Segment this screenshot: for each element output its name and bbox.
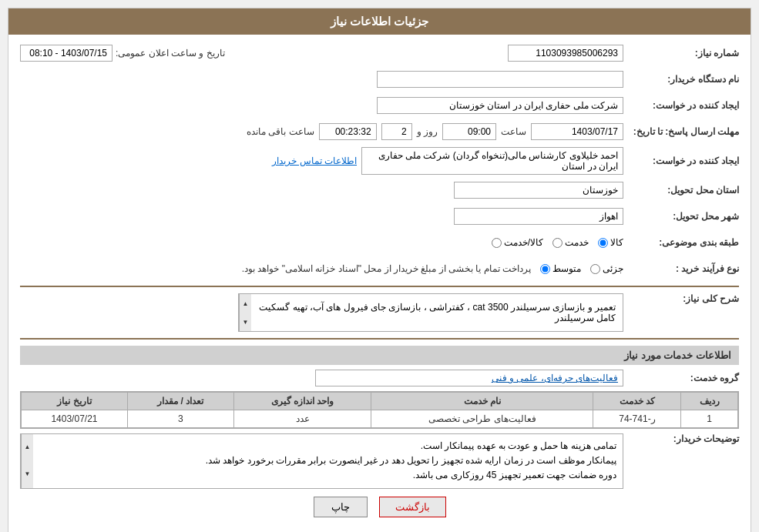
shomareNiaz-value: 1103093985006293 — [508, 45, 623, 62]
col-radif: ردیف — [681, 393, 738, 410]
table-cell: 3 — [127, 410, 233, 428]
khadamat-section-title: اطلاعات خدمات مورد نیاز — [20, 346, 739, 365]
tabaqe-khedmat-label: خدمت — [565, 237, 589, 248]
mohlat-baghimande-value: 00:23:32 — [319, 123, 377, 140]
tavazihat-line2: پیمانکار موظف است در زمان ارایه شده تجهی… — [42, 453, 616, 468]
mohlat-baghimande-label: ساعت باقی مانده — [247, 126, 314, 137]
etelaat-link[interactable]: اطلاعات تماس خریدار — [272, 156, 357, 166]
table-cell: فعالیت‌های طراحی تخصصی — [371, 410, 593, 428]
groheKhadamat-label: گروه خدمت: — [623, 373, 739, 383]
services-table: ردیف کد خدمت نام خدمت واحد اندازه گیری ت… — [21, 392, 738, 428]
tabaqe-khedmat-radio[interactable] — [552, 238, 563, 248]
table-cell: ر-741-74 — [593, 410, 681, 428]
col-tedad: تعداد / مقدار — [127, 393, 233, 410]
col-namKhadamat: نام خدمت — [371, 393, 593, 410]
tavazihat-label: توضیحات خریدار: — [623, 433, 739, 444]
page-header: جزئیات اطلاعات نیاز — [8, 8, 751, 35]
nave-jozi-label: جزئی — [603, 263, 623, 274]
table-cell: 1403/07/21 — [22, 410, 128, 428]
shahr-value: اهواز — [454, 208, 623, 225]
mohlat-roz-value: 2 — [381, 123, 412, 140]
col-vahed: واحد اندازه گیری — [233, 393, 371, 410]
col-tarikh: تاریخ نیاز — [22, 393, 128, 410]
nave-motavaset-label: متوسط — [552, 263, 581, 274]
sharhKoli-label: شرح کلی نیاز: — [623, 293, 739, 304]
tabaqe-kala-label: کالا — [610, 237, 623, 248]
shomareNiaz-label: شماره نیاز: — [623, 48, 739, 59]
buttons-row: بازگشت چاپ — [20, 497, 739, 525]
ostan-value: خوزستان — [454, 182, 623, 199]
tabaqe-label: طبقه بندی موضوعی: — [623, 237, 739, 248]
ejadKonande2-label: ایجاد کننده در خواست: — [623, 156, 739, 166]
tarikhAelan-value: 1403/07/15 - 08:10 — [20, 45, 113, 62]
tarikhAelan-label: تاریخ و ساعت اعلان عمومی: — [116, 48, 225, 59]
tabaqe-kalaKhedmat-radio[interactable] — [492, 238, 502, 248]
scroll-arrows[interactable]: ▲ ▼ — [239, 294, 251, 331]
sharhKoli-box: ▲ ▼ تعمیر و بازسازی سرسیلندر cat 3500 ، … — [238, 293, 623, 332]
nave-desc: پرداخت تمام یا بخشی از مبلغ خریدار از مح… — [242, 263, 531, 274]
mohlat-saat-label: ساعت — [501, 126, 526, 137]
groheKhadamat-value[interactable]: فعالیت‌های حرفه‌ای، علمی و فنی — [315, 370, 623, 386]
ejadKonande2-value: احمد خلیلاوی کارشناس مالی(تنخواه گردان) … — [361, 147, 623, 175]
tabaqe-kala-radio[interactable] — [598, 238, 608, 248]
table-cell: 1 — [681, 410, 738, 428]
tavazihat-content: تمامی هزینه ها حمل و عودت به عهده پیمانک… — [27, 439, 616, 483]
ejadKonande-value: شرکت ملی حفاری ایران در استان خوزستان — [377, 97, 623, 114]
print-button[interactable]: چاپ — [314, 497, 368, 517]
notes-scroll-up[interactable]: ▲ — [22, 434, 33, 461]
mohlat-label: مهلت ارسال پاسخ: تا تاریخ: — [623, 126, 739, 137]
tavazihat-line1: تمامی هزینه ها حمل و عودت به عهده پیمانک… — [42, 439, 616, 453]
nave-motavaset-radio[interactable] — [540, 264, 550, 274]
ostan-label: استان محل تحویل: — [623, 185, 739, 196]
ejadKonande-label: ایجاد کننده در خواست: — [623, 100, 739, 111]
namDastgah-value — [377, 71, 623, 88]
back-button[interactable]: بازگشت — [379, 497, 446, 517]
mohlat-time: 09:00 — [442, 123, 496, 140]
table-row: 1ر-741-74فعالیت‌های طراحی تخصصیعدد31403/… — [22, 410, 738, 428]
col-kodKhadamat: کد خدمت — [593, 393, 681, 410]
tabaqe-kalaKhedmat-label: کالا/خدمت — [504, 237, 543, 248]
table-cell: عدد — [233, 410, 371, 428]
nave-radio-group: جزئی متوسط — [540, 263, 623, 274]
scroll-down[interactable]: ▼ — [240, 313, 251, 331]
tavazihat-line3: دوره ضمانت جهت تعمیر تجهیز 45 روزکاری می… — [42, 468, 616, 483]
nave-jozi-radio[interactable] — [590, 264, 600, 274]
shahr-label: شهر محل تحویل: — [623, 211, 739, 222]
mohlat-date: 1403/07/17 — [531, 123, 623, 140]
notes-scroll[interactable]: ▲ ▼ — [21, 434, 33, 488]
sharhKoli-text: تعمیر و بازسازی سرسیلندر cat 3500 ، کفتر… — [243, 302, 619, 323]
scroll-up[interactable]: ▲ — [240, 294, 251, 313]
services-table-container: ردیف کد خدمت نام خدمت واحد اندازه گیری ت… — [20, 391, 739, 429]
namDastgah-label: نام دستگاه خریدار: — [623, 74, 739, 85]
tavazihat-box: ▲ ▼ تمامی هزینه ها حمل و عودت به عهده پی… — [20, 433, 623, 489]
tabaqe-radio-group: کالا خدمت کالا/خدمت — [492, 237, 623, 248]
mohlat-roz-label: روز و — [417, 126, 438, 137]
naveFarayand-label: نوع فرآیند خرید : — [623, 263, 739, 274]
notes-scroll-down[interactable]: ▼ — [22, 461, 33, 488]
